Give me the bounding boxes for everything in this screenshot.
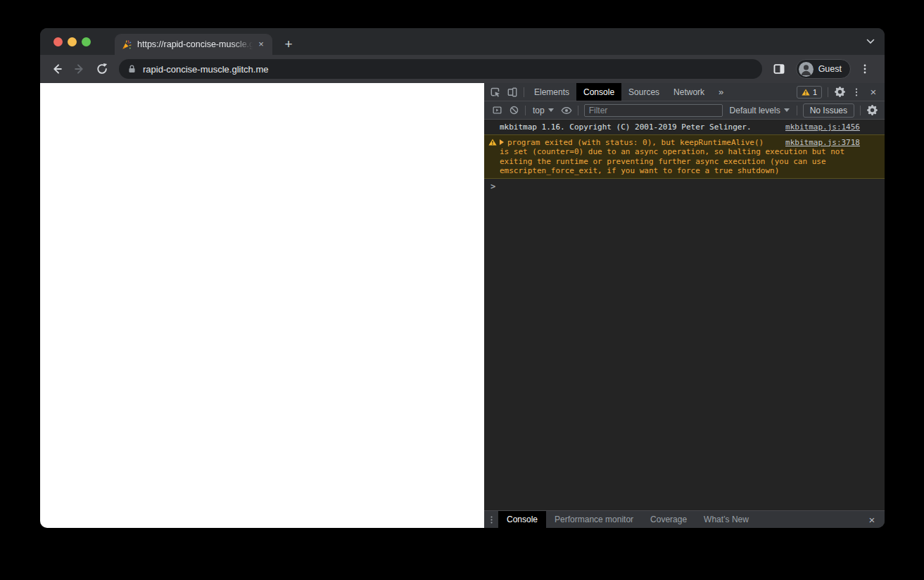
separator: [524, 87, 524, 97]
more-tabs-glyph: »: [719, 87, 723, 97]
filter-input[interactable]: [584, 104, 723, 117]
new-tab-button[interactable]: +: [280, 36, 297, 53]
devtools-tabbar: Elements Console Sources Network » 1: [484, 83, 885, 101]
forward-arrow-icon: [73, 63, 86, 75]
tab-search-chevron-icon[interactable]: [866, 39, 875, 44]
inspect-element-button[interactable]: [487, 84, 504, 100]
gear-icon: [835, 87, 845, 97]
separator: [828, 87, 828, 97]
eye-icon: [561, 105, 572, 116]
tab-label: Network: [673, 87, 704, 97]
side-panel-icon: [773, 63, 785, 75]
reload-button[interactable]: [92, 59, 112, 79]
separator: [525, 106, 526, 115]
avatar: [799, 62, 814, 77]
desktop-background: { "browser": { "tab": { "title": "https:…: [0, 0, 924, 580]
devtools-close-button[interactable]: ×: [865, 84, 882, 100]
separator: [578, 106, 578, 115]
console-sidebar-icon: [492, 105, 502, 115]
minimize-window-button[interactable]: [68, 37, 77, 46]
message-body: mkbitmap.js:3718 program exited (with st…: [500, 138, 860, 176]
inspect-cursor-icon: [490, 87, 501, 98]
console-messages: mkbitmap.js:1456 mkbitmap 1.16. Copyrigh…: [484, 120, 885, 510]
separator: [797, 106, 797, 115]
window-controls: [53, 37, 91, 46]
console-toolbar: top Default levels No Issues: [484, 101, 885, 120]
browser-menu-button[interactable]: [855, 59, 875, 79]
live-expression-button[interactable]: [558, 103, 575, 118]
page-viewport: [40, 83, 484, 528]
profile-button[interactable]: Guest: [796, 59, 851, 79]
address-bar[interactable]: rapid-concise-muscle.glitch.me: [119, 59, 762, 79]
reload-icon: [96, 63, 108, 75]
clear-console-icon: [509, 105, 519, 115]
tab-elements[interactable]: Elements: [527, 83, 576, 101]
device-toolbar-button[interactable]: [504, 84, 521, 100]
warnings-badge[interactable]: 1: [797, 86, 822, 99]
prompt-chevron: >: [491, 182, 495, 191]
kebab-menu-icon: [487, 515, 496, 524]
tab-console[interactable]: Console: [576, 83, 621, 101]
tab-label: Console: [583, 87, 614, 97]
drawer-tab-label: Coverage: [650, 515, 687, 524]
zoom-window-button[interactable]: [82, 37, 91, 46]
log-levels-selector[interactable]: Default levels: [726, 106, 794, 115]
tab-title: https://rapid-concise-muscle.g: [137, 39, 255, 49]
devtools-drawer: Console Performance monitor Coverage Wha…: [484, 510, 885, 528]
side-panel-button[interactable]: [769, 59, 789, 79]
clear-console-button[interactable]: [505, 103, 522, 118]
source-link[interactable]: mkbitmap.js:1456: [785, 122, 860, 132]
tab-sources[interactable]: Sources: [621, 83, 666, 101]
browser-toolbar: rapid-concise-muscle.glitch.me Guest: [40, 55, 885, 83]
party-popper-favicon-icon: [122, 39, 132, 50]
drawer-tab-label: Performance monitor: [555, 515, 633, 524]
drawer-tab-label: What’s New: [704, 515, 749, 524]
tab-label: Sources: [628, 87, 659, 97]
profile-label: Guest: [818, 64, 842, 74]
issues-button[interactable]: No Issues: [803, 103, 854, 118]
warning-triangle-icon: [488, 139, 497, 146]
close-window-button[interactable]: [53, 37, 63, 46]
source-link[interactable]: mkbitmap.js:3718: [785, 138, 860, 148]
drawer-tab-label: Console: [507, 515, 538, 524]
more-tabs-button[interactable]: »: [711, 83, 730, 101]
warning-count: 1: [813, 88, 817, 96]
back-button[interactable]: [47, 59, 67, 79]
gear-icon: [867, 105, 878, 115]
devtools-menu-button[interactable]: [848, 84, 865, 100]
kebab-menu-icon: [859, 63, 871, 75]
drawer-tab-whats-new[interactable]: What’s New: [695, 511, 757, 528]
dropdown-caret-icon: [784, 108, 790, 112]
context-selector[interactable]: top: [529, 106, 558, 115]
console-prompt[interactable]: >: [484, 179, 885, 196]
titlebar: https://rapid-concise-muscle.g × +: [40, 28, 885, 55]
message-body: mkbitmap.js:1456 mkbitmap 1.16. Copyrigh…: [500, 122, 860, 132]
browser-window: https://rapid-concise-muscle.g × +: [40, 28, 885, 528]
browser-tab[interactable]: https://rapid-concise-muscle.g ×: [115, 34, 272, 55]
drawer-tab-console[interactable]: Console: [498, 511, 546, 528]
devtools-settings-button[interactable]: [831, 84, 848, 100]
log-levels-label: Default levels: [730, 106, 780, 115]
drawer-tab-coverage[interactable]: Coverage: [642, 511, 695, 528]
drawer-tab-performance-monitor[interactable]: Performance monitor: [546, 511, 642, 528]
tab-network[interactable]: Network: [666, 83, 711, 101]
person-icon: [799, 62, 814, 77]
console-sidebar-toggle-button[interactable]: [488, 103, 505, 118]
kebab-menu-icon: [852, 87, 861, 97]
expand-triangle-icon[interactable]: [500, 139, 504, 145]
console-message-warning: mkbitmap.js:3718 program exited (with st…: [484, 134, 885, 179]
back-arrow-icon: [51, 63, 63, 75]
device-toolbar-icon: [507, 87, 518, 98]
dropdown-caret-icon: [548, 108, 554, 112]
drawer-menu-button[interactable]: [484, 512, 498, 527]
url-text: rapid-concise-muscle.glitch.me: [143, 64, 268, 75]
drawer-close-button[interactable]: ×: [863, 512, 880, 527]
message-text: mkbitmap 1.16. Copyright (C) 2001-2019 P…: [500, 122, 752, 132]
console-settings-button[interactable]: [863, 103, 880, 118]
forward-button[interactable]: [70, 59, 89, 79]
console-message-log: mkbitmap.js:1456 mkbitmap 1.16. Copyrigh…: [484, 120, 885, 135]
devtools-panel: Elements Console Sources Network » 1: [484, 83, 885, 528]
lock-icon[interactable]: [127, 64, 137, 74]
tab-close-button[interactable]: ×: [255, 39, 267, 50]
context-label: top: [533, 106, 545, 115]
